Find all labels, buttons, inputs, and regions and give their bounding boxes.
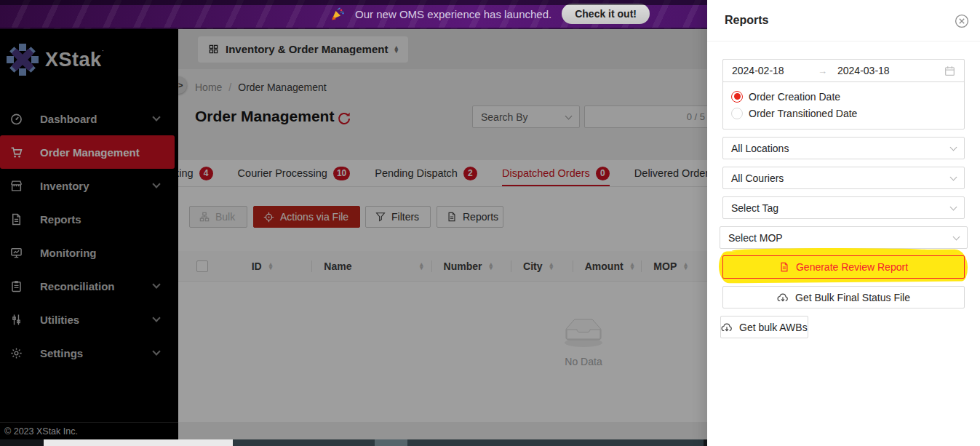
get-bulk-final-status-file-button[interactable]: Get Bulk Final Status File bbox=[722, 286, 965, 308]
select-value: Select MOP bbox=[728, 232, 783, 244]
chevron-down-icon bbox=[950, 173, 957, 180]
radio-label: Order Creation Date bbox=[749, 91, 840, 103]
chevron-down-icon bbox=[950, 203, 957, 210]
button-label: Get bulk AWBs bbox=[739, 322, 808, 333]
app-root: Our new OMS experience has launched. Che… bbox=[0, 0, 980, 446]
radio-order-creation-date[interactable]: Order Creation Date bbox=[731, 88, 956, 105]
drawer-body: 2024-02-18 → 2024-03-18 Order Creation D… bbox=[707, 41, 980, 338]
banner-message: Our new OMS experience has launched. bbox=[355, 8, 551, 20]
arrow-right-icon: → bbox=[818, 65, 827, 76]
reports-drawer: Reports 2024-02-18 → 2024-03-18 bbox=[707, 0, 980, 446]
generate-review-report-button[interactable]: Generate Review Report bbox=[722, 255, 965, 279]
drawer-mask[interactable] bbox=[0, 29, 707, 439]
radio-label: Order Transitioned Date bbox=[749, 108, 857, 119]
taskbar-edge bbox=[0, 439, 707, 446]
radio-order-transitioned-date[interactable]: Order Transitioned Date bbox=[731, 105, 956, 122]
highlight-annotation: Generate Review Report bbox=[722, 255, 965, 279]
chevron-down-icon bbox=[953, 233, 960, 240]
cloud-download-icon bbox=[721, 322, 733, 332]
tag-select[interactable]: Select Tag bbox=[722, 196, 965, 219]
radio-unselected-icon bbox=[731, 108, 743, 119]
calendar-icon bbox=[944, 65, 955, 76]
locations-select[interactable]: All Locations bbox=[722, 137, 965, 159]
button-label: Generate Review Report bbox=[796, 261, 908, 273]
select-value: All Locations bbox=[731, 143, 789, 154]
taskbar-segment bbox=[44, 439, 233, 446]
date-from[interactable]: 2024-02-18 bbox=[732, 65, 818, 76]
mop-select[interactable]: Select MOP bbox=[720, 226, 968, 249]
chevron-down-icon bbox=[950, 143, 957, 151]
select-value: All Couriers bbox=[731, 172, 784, 184]
date-to[interactable]: 2024-03-18 bbox=[837, 65, 944, 76]
file-icon bbox=[779, 262, 789, 272]
check-it-out-button[interactable]: Check it out! bbox=[562, 4, 650, 24]
select-value: Select Tag bbox=[731, 202, 778, 214]
drawer-title: Reports bbox=[725, 14, 768, 27]
drawer-header: Reports bbox=[707, 0, 980, 41]
couriers-select[interactable]: All Couriers bbox=[722, 167, 965, 189]
date-range-picker[interactable]: 2024-02-18 → 2024-03-18 bbox=[722, 59, 965, 82]
get-bulk-awbs-button[interactable]: Get bulk AWBs bbox=[720, 316, 808, 338]
close-icon[interactable] bbox=[955, 14, 969, 28]
radio-selected-icon bbox=[731, 91, 743, 103]
taskbar-segment bbox=[375, 439, 407, 446]
date-filter-group: 2024-02-18 → 2024-03-18 Order Creation D… bbox=[722, 59, 965, 130]
cloud-download-icon bbox=[777, 292, 789, 303]
date-type-radios: Order Creation Date Order Transitioned D… bbox=[723, 81, 964, 129]
button-label: Get Bulk Final Status File bbox=[795, 292, 910, 303]
party-popper-icon bbox=[330, 7, 345, 21]
taskbar-segment bbox=[233, 439, 704, 446]
